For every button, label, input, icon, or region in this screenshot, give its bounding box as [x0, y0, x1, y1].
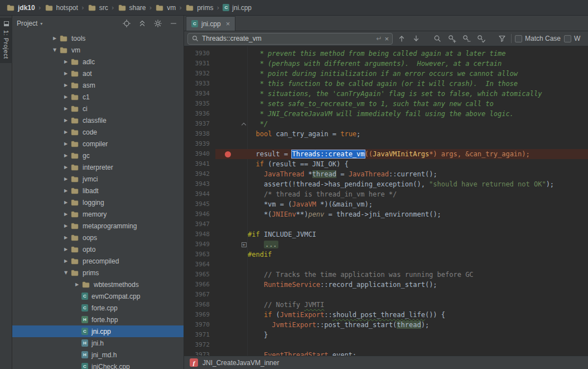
- search-field[interactable]: ↵ ×: [187, 33, 393, 45]
- tree-file-jni-h[interactable]: Hjni.h: [12, 337, 184, 349]
- tree-folder-logging[interactable]: ▶logging: [12, 197, 184, 208]
- chevron-right-icon[interactable]: ▶: [61, 200, 70, 205]
- tree-folder-memory[interactable]: ▶memory: [12, 208, 184, 220]
- code-line-3934[interactable]: 3934 * situations, the 'canTryAgain' fla…: [184, 89, 588, 99]
- chevron-right-icon[interactable]: ▶: [61, 153, 70, 158]
- line-number[interactable]: 3940: [184, 149, 215, 159]
- search-input[interactable]: [202, 35, 373, 42]
- chevron-right-icon[interactable]: ▶: [73, 282, 81, 287]
- select-all-occurrences-icon[interactable]: [475, 33, 486, 44]
- line-number[interactable]: 3944: [184, 189, 215, 199]
- code-line-3939[interactable]: 3939: [184, 139, 588, 149]
- tree-folder-code[interactable]: ▶code: [12, 126, 184, 138]
- remove-occurrence-icon[interactable]: [461, 33, 472, 44]
- settings-gear-icon[interactable]: [153, 19, 162, 28]
- project-view-dropdown[interactable]: Project ▾: [17, 20, 42, 27]
- line-number[interactable]: 3947: [184, 219, 215, 229]
- chevron-right-icon[interactable]: ▶: [61, 258, 70, 263]
- code-line-3944[interactable]: 3944 /* thread is thread_in_vm here */: [184, 189, 588, 199]
- tree-folder-libadt[interactable]: ▶libadt: [12, 185, 184, 197]
- chevron-right-icon[interactable]: ▶: [50, 36, 59, 41]
- locate-icon[interactable]: [122, 19, 131, 28]
- newline-toggle-icon[interactable]: ↵: [376, 35, 382, 42]
- tree-folder-interpreter[interactable]: ▶interpreter: [12, 161, 184, 173]
- tree-file-jni_md-h[interactable]: Hjni_md.h: [12, 349, 184, 361]
- tree-folder-vm[interactable]: ▼vm: [12, 44, 184, 56]
- tree-folder-aot[interactable]: ▶aot: [12, 68, 184, 79]
- chevron-right-icon[interactable]: ▶: [61, 212, 70, 217]
- chevron-right-icon[interactable]: ▶: [61, 94, 70, 99]
- code-area[interactable]: 3930 * prevent this method from being ca…: [184, 46, 588, 356]
- chevron-down-icon[interactable]: ▼: [61, 270, 70, 275]
- code-line-3969[interactable]: 3969 if (JvmtiExport::should_post_thread…: [184, 310, 588, 320]
- breadcrumb-item-jni-cpp[interactable]: Cjni.cpp: [221, 4, 253, 12]
- line-number[interactable]: 3948: [184, 229, 215, 239]
- code-line-3965[interactable]: 3965 // Tracks the time application was …: [184, 270, 588, 280]
- code-line-3966[interactable]: 3966 RuntimeService::record_application_…: [184, 280, 588, 290]
- breadcrumb-item-hotspot[interactable]: hotspot: [43, 4, 80, 12]
- line-number[interactable]: 3938: [184, 129, 215, 139]
- chevron-right-icon[interactable]: ▶: [61, 71, 70, 76]
- chevron-right-icon[interactable]: ▶: [61, 188, 70, 193]
- tree-file-forte-hpp[interactable]: Hforte.hpp: [12, 314, 184, 325]
- code-line-3932[interactable]: 3932 * point during initialization if an…: [184, 69, 588, 79]
- code-line-3937[interactable]: 3937 */: [184, 119, 588, 129]
- tree-folder-classfile[interactable]: ▶classfile: [12, 114, 184, 126]
- match-case-checkbox[interactable]: Match Case: [515, 35, 561, 42]
- code-line-3930[interactable]: 3930 * prevent this method from being ca…: [184, 49, 588, 59]
- tree-folder-jvmci[interactable]: ▶jvmci: [12, 173, 184, 185]
- line-number[interactable]: 3937: [184, 119, 215, 129]
- code-line-3941[interactable]: 3941 if (result == JNI_OK) {: [184, 159, 588, 169]
- code-line-3945[interactable]: 3945 *vm = (JavaVM *)(&main_vm);: [184, 199, 588, 209]
- code-line-3947[interactable]: 3947: [184, 219, 588, 229]
- tree-file-jni-cpp[interactable]: Cjni.cpp: [12, 325, 184, 337]
- project-tool-window-button[interactable]: 1: Project: [0, 18, 12, 63]
- breadcrumb-item-share[interactable]: share: [116, 4, 148, 12]
- chevron-right-icon[interactable]: ▶: [61, 130, 70, 135]
- chevron-down-icon[interactable]: ▼: [50, 47, 59, 52]
- tree-folder-oops[interactable]: ▶oops: [12, 232, 184, 243]
- close-icon[interactable]: ×: [226, 20, 230, 27]
- code-line-3970[interactable]: 3970 JvmtiExport::post_thread_start(thre…: [184, 320, 588, 330]
- chevron-right-icon[interactable]: ▶: [61, 83, 70, 88]
- line-number[interactable]: 3931: [184, 59, 215, 69]
- previous-occurrence-icon[interactable]: [396, 33, 407, 44]
- line-number[interactable]: 3970: [184, 320, 215, 330]
- line-number[interactable]: 3946: [184, 209, 215, 219]
- tree-file-evmCompat-cpp[interactable]: CevmCompat.cpp: [12, 290, 184, 302]
- collapse-all-icon[interactable]: [138, 19, 147, 28]
- code-line-3943[interactable]: 3943 assert(!thread->has_pending_excepti…: [184, 179, 588, 189]
- chevron-right-icon[interactable]: ▶: [61, 235, 70, 240]
- code-line-3973[interactable]: 3973 EventThreadStart event;: [184, 350, 588, 356]
- tree-folder-ci[interactable]: ▶ci: [12, 103, 184, 114]
- chevron-right-icon[interactable]: ▶: [61, 141, 70, 146]
- line-number[interactable]: 3930: [184, 49, 215, 59]
- tree-folder-wbtestmethods[interactable]: ▶wbtestmethods: [12, 279, 184, 290]
- code-line-3949[interactable]: 3949+ ...: [184, 239, 588, 250]
- line-number[interactable]: 3964: [184, 260, 215, 270]
- line-number[interactable]: 3934: [184, 89, 215, 99]
- code-line-3942[interactable]: 3942 JavaThread *thread = JavaThread::cu…: [184, 169, 588, 179]
- line-number[interactable]: 3932: [184, 69, 215, 79]
- breadcrumb-item-prims[interactable]: prims: [184, 4, 215, 12]
- tab-jni-cpp[interactable]: C jni.cpp ×: [186, 16, 235, 31]
- line-number[interactable]: 3943: [184, 179, 215, 189]
- tree-folder-adlc[interactable]: ▶adlc: [12, 56, 184, 68]
- breadcrumb-item-vm[interactable]: vm: [153, 4, 177, 12]
- line-number[interactable]: 3966: [184, 280, 215, 290]
- find-selection-icon[interactable]: [432, 33, 443, 44]
- line-number[interactable]: 3942: [184, 169, 215, 179]
- line-number[interactable]: 3945: [184, 199, 215, 209]
- code-line-3968[interactable]: 3968 // Notify JVMTI: [184, 300, 588, 310]
- fold-expand-icon[interactable]: +: [242, 242, 247, 247]
- line-number[interactable]: 3968: [184, 300, 215, 310]
- code-line-3963[interactable]: 3963#endif: [184, 250, 588, 260]
- line-number[interactable]: 3935: [184, 99, 215, 109]
- filter-icon[interactable]: [497, 33, 508, 44]
- line-number[interactable]: 3967: [184, 290, 215, 300]
- words-checkbox[interactable]: W: [564, 35, 580, 42]
- line-number[interactable]: 3941: [184, 159, 215, 169]
- fold-end-icon[interactable]: [242, 122, 246, 127]
- tree-folder-c1[interactable]: ▶c1: [12, 91, 184, 103]
- tree-file-jniCheck-cpp[interactable]: CjniCheck.cpp: [12, 361, 184, 369]
